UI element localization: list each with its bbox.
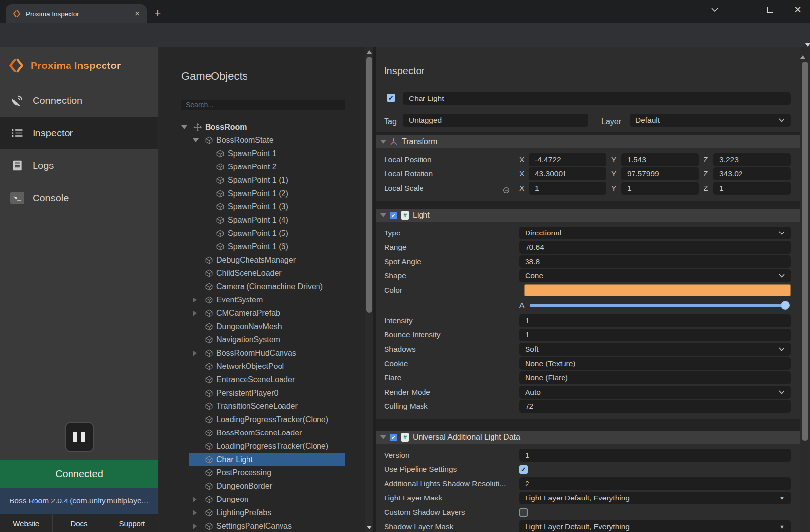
tree-collapse-icon[interactable] — [193, 523, 205, 529]
foldout-triangle-icon[interactable] — [380, 213, 386, 217]
sidebar-item-console[interactable]: >_Console — [0, 182, 158, 214]
tree-item[interactable]: Dungeon — [159, 493, 365, 506]
vector-z-input[interactable]: 343.02 — [713, 167, 791, 180]
property-select[interactable]: Cone — [519, 269, 791, 282]
tree-item[interactable]: PostProcessing — [159, 466, 365, 479]
component-header[interactable]: ✓#Light — [376, 209, 800, 222]
property-select[interactable]: Directional — [519, 227, 791, 239]
property-input[interactable]: 2 — [519, 477, 791, 490]
tree-item[interactable]: TransitionSceneLoader — [159, 399, 365, 413]
foldout-triangle-icon[interactable] — [380, 435, 386, 439]
tree-item[interactable]: BossRoomState — [159, 133, 365, 147]
layer-select[interactable]: Default — [630, 114, 791, 127]
scrollbar-thumb[interactable] — [802, 62, 808, 441]
property-select[interactable]: Auto — [519, 386, 791, 399]
tree-item[interactable]: BossRoomSceneLoader — [159, 426, 365, 439]
component-header[interactable]: ✓#Universal Additional Light Data — [376, 431, 800, 444]
tag-input[interactable]: Untagged — [403, 114, 588, 127]
tree-item[interactable]: BossRoom — [159, 120, 365, 133]
tree-expand-icon[interactable] — [181, 125, 193, 129]
property-input[interactable]: 72 — [519, 400, 791, 413]
tree-expand-icon[interactable] — [193, 138, 205, 142]
tree-collapse-icon[interactable] — [193, 350, 205, 356]
window-maximize-button[interactable] — [762, 2, 778, 17]
tree-item[interactable]: LoadingProgressTracker(Clone) — [159, 413, 365, 426]
object-name-field[interactable]: Char Light — [403, 92, 791, 105]
tree-item[interactable]: NetworkObjectPool — [159, 360, 365, 373]
browser-tab[interactable]: Proxima Inspector × — [6, 4, 147, 23]
property-mask-dropdown[interactable]: Light Layer Default, Everything▼ — [519, 520, 791, 532]
footer-link-website[interactable]: Website — [0, 514, 53, 532]
property-select[interactable]: Soft — [519, 343, 791, 356]
window-minimize-button[interactable] — [734, 2, 751, 17]
tree-item[interactable]: PersistentPlayer0 — [159, 386, 365, 399]
vector-x-input[interactable]: 1 — [529, 182, 606, 195]
tree-item[interactable]: DungeonBorder — [159, 479, 365, 493]
tree-item[interactable]: Char Light — [159, 453, 365, 466]
tree-item[interactable]: SpawnPoint 1 (2) — [159, 187, 365, 200]
tree-item[interactable]: BossRoomHudCanvas — [159, 346, 365, 360]
vector-y-input[interactable]: 1 — [621, 182, 699, 195]
tree-item[interactable]: LoadingProgressTracker(Clone) — [159, 439, 365, 453]
property-mask-dropdown[interactable]: Light Layer Default, Everything▼ — [519, 492, 791, 504]
slider-track[interactable] — [530, 304, 789, 307]
component-header[interactable]: Transform — [376, 135, 800, 148]
window-menu-chevron-icon[interactable] — [706, 2, 723, 17]
tab-close-icon[interactable]: × — [132, 9, 142, 19]
footer-link-support[interactable]: Support — [106, 514, 158, 532]
property-input[interactable]: 1 — [519, 329, 791, 341]
gameobjects-scrollbar[interactable] — [365, 47, 373, 532]
vector-y-input[interactable]: 97.57999 — [621, 167, 699, 180]
link-icon[interactable] — [502, 186, 510, 193]
tree-collapse-icon[interactable] — [193, 297, 205, 303]
property-input[interactable]: 70.64 — [519, 241, 791, 254]
tree-item[interactable]: EventSystem — [159, 293, 365, 306]
sidebar-item-connection[interactable]: Connection — [0, 84, 158, 117]
tree-item[interactable]: SpawnPoint 1 — [159, 147, 365, 160]
tree-collapse-icon[interactable] — [193, 510, 205, 516]
tree-item[interactable]: SpawnPoint 2 — [159, 160, 365, 173]
tree-item[interactable]: SpawnPoint 1 (5) — [159, 227, 365, 240]
foldout-triangle-icon[interactable] — [380, 140, 386, 144]
slider-thumb[interactable] — [781, 301, 790, 310]
tree-item[interactable]: SpawnPoint 1 (3) — [159, 200, 365, 213]
alpha-slider[interactable]: A — [519, 299, 791, 312]
tree-item[interactable]: SettingsPanelCanvas — [159, 519, 365, 532]
color-swatch[interactable] — [524, 284, 791, 296]
sidebar-item-inspector[interactable]: Inspector — [0, 117, 158, 149]
tree-item[interactable]: ChildSceneLoader — [159, 266, 365, 280]
tree-collapse-icon[interactable] — [193, 310, 205, 316]
property-input[interactable]: 38.8 — [519, 255, 791, 268]
scroll-up-icon[interactable] — [365, 48, 373, 56]
vector-y-input[interactable]: 1.543 — [621, 153, 699, 166]
tree-item[interactable]: DungeonNavMesh — [159, 320, 365, 333]
property-input[interactable]: 1 — [519, 314, 791, 327]
component-enabled-checkbox[interactable]: ✓ — [390, 212, 397, 219]
tree-item[interactable]: DebugCheatsManager — [159, 253, 365, 266]
object-enabled-checkbox[interactable]: ✓ — [387, 94, 395, 102]
scroll-down-icon[interactable] — [365, 523, 373, 531]
tree-item[interactable]: Camera (Cinemachine Driven) — [159, 280, 365, 293]
tree-item[interactable]: LightingPrefabs — [159, 506, 365, 519]
footer-link-docs[interactable]: Docs — [53, 514, 106, 532]
scrollbar-thumb[interactable] — [366, 57, 372, 313]
tree-item[interactable]: SpawnPoint 1 (4) — [159, 213, 365, 227]
window-close-button[interactable]: ✕ — [789, 2, 806, 17]
component-enabled-checkbox[interactable]: ✓ — [390, 434, 397, 441]
vector-z-input[interactable]: 1 — [713, 182, 791, 195]
tree-item[interactable]: NavigationSystem — [159, 333, 365, 346]
tree-item[interactable]: SpawnPoint 1 (1) — [159, 173, 365, 187]
property-input[interactable]: None (Flare) — [519, 371, 791, 384]
gameobjects-search-input[interactable] — [181, 100, 345, 110]
vector-z-input[interactable]: 3.223 — [713, 153, 791, 166]
new-tab-button[interactable]: + — [151, 7, 165, 21]
tree-collapse-icon[interactable] — [193, 497, 205, 502]
scroll-up-icon[interactable] — [800, 47, 805, 59]
tree-item[interactable]: EntranceSceneLoader — [159, 373, 365, 386]
property-checkbox[interactable]: ✓ — [519, 466, 528, 474]
property-input[interactable]: 1 — [519, 449, 791, 462]
property-checkbox[interactable] — [519, 508, 528, 517]
sidebar-item-logs[interactable]: Logs — [0, 149, 158, 182]
property-input[interactable]: None (Texture) — [519, 357, 791, 370]
vector-x-input[interactable]: -4.4722 — [529, 153, 606, 166]
